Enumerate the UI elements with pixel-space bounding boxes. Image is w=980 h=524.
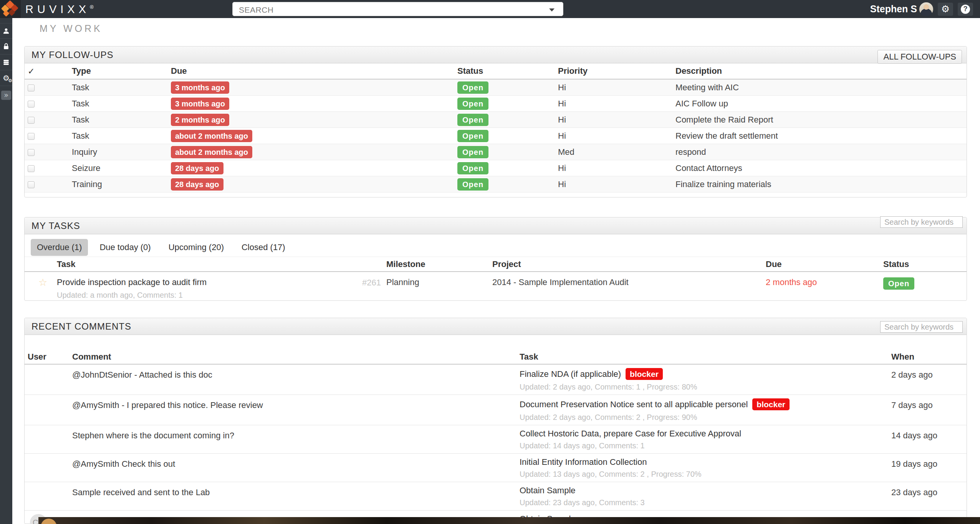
task-ref: #261: [362, 278, 381, 288]
sidebar-item-user[interactable]: [0, 23, 12, 39]
comment-when: 2 days ago: [888, 368, 967, 380]
column-status: Status: [447, 66, 555, 76]
comment-text: @AmySmith Check this out: [69, 457, 516, 469]
chevron-down-icon: [549, 8, 555, 12]
settings-button[interactable]: ⚙: [938, 3, 953, 16]
status-badge: Open: [883, 277, 914, 290]
row-checkbox[interactable]: [28, 117, 35, 124]
tasks-tabs: Overdue (1) Due today (0) Upcoming (20) …: [25, 234, 967, 257]
row-checkbox[interactable]: [28, 181, 35, 188]
row-checkbox[interactable]: [28, 165, 35, 172]
all-followups-button[interactable]: ALL FOLLOW-UPS: [877, 50, 962, 64]
sidebar-item-records[interactable]: [0, 55, 12, 70]
followup-type: Task: [69, 83, 168, 93]
followup-type: Inquiry: [69, 147, 168, 157]
tab-closed[interactable]: Closed (17): [235, 239, 291, 256]
column-check: ✓: [25, 66, 69, 76]
blocker-badge: blocker: [752, 398, 790, 410]
tab-overdue[interactable]: Overdue (1): [31, 239, 88, 256]
user-name[interactable]: Stephen S: [870, 3, 917, 15]
due-badge: 2 months ago: [171, 114, 229, 126]
row-checkbox[interactable]: [28, 101, 35, 108]
app-screen: RUVIXX® SEARCH Stephen S ⚙ ? ⚙⚙ » MY WOR…: [0, 0, 980, 524]
comment-row[interactable]: @AmySmith - I prepared this notice. Plea…: [25, 395, 967, 425]
task-project[interactable]: 2014 - Sample Implementation Audit: [489, 277, 763, 287]
column-priority: Priority: [555, 66, 672, 76]
column-type: Type: [69, 66, 168, 76]
comment-row[interactable]: Stephen where is the document coming in?…: [25, 425, 967, 454]
comment-row[interactable]: @AmySmith Check this out Initial Entity …: [25, 454, 967, 482]
due-badge: 28 days ago: [171, 162, 223, 174]
followup-description: Finalize training materials: [672, 179, 967, 189]
task-title[interactable]: Provide inspection package to audit firm: [57, 277, 356, 287]
server-icon: [2, 58, 10, 66]
comment-when: 14 days ago: [888, 429, 967, 441]
comment-row[interactable]: @JohnDtSenior - Attached is this doc Fin…: [25, 365, 967, 395]
followup-type: Task: [69, 99, 168, 109]
followup-type: Training: [69, 179, 168, 189]
followup-row[interactable]: Task about 2 months ago Open Hi Review t…: [25, 128, 967, 144]
comments-panel: RECENT COMMENTS User Comment Task When @…: [24, 318, 967, 524]
due-badge: about 2 months ago: [171, 146, 252, 158]
sidebar-item-security[interactable]: [0, 39, 12, 55]
comment-row[interactable]: Sample received and sent to the Lab Obta…: [25, 482, 967, 511]
column-comment: Comment: [69, 352, 516, 362]
followup-row[interactable]: Task 2 months ago Open Hi Complete the R…: [25, 112, 967, 128]
comment-text: Stephen where is the document coming in?: [69, 429, 516, 441]
gear-icon: ⚙: [941, 4, 950, 14]
comment-task-title[interactable]: Document Preservation Notice sent to all…: [520, 400, 748, 410]
column-milestone: Milestone: [383, 259, 489, 269]
tasks-search-input[interactable]: [880, 216, 963, 228]
brand-logo-icon[interactable]: [0, 0, 21, 18]
task-row[interactable]: ☆ Provide inspection package to audit fi…: [25, 272, 967, 301]
followup-priority: Med: [555, 147, 672, 157]
row-checkbox[interactable]: [28, 133, 35, 140]
help-button[interactable]: ?: [958, 3, 973, 16]
followup-row[interactable]: Seizure 28 days ago Open Hi Contact Atto…: [25, 160, 967, 176]
user-avatar[interactable]: [919, 2, 933, 16]
global-search-select[interactable]: SEARCH: [232, 2, 563, 16]
followups-table-header: ✓ Type Due Status Priority Description: [25, 63, 967, 80]
task-meta: Updated: a month ago, Comments: 1: [57, 291, 356, 300]
page-title: MY WORK: [40, 23, 103, 34]
comment-task-meta: Updated: 23 days ago, Comments: 3: [520, 498, 888, 507]
followup-row[interactable]: Training 28 days ago Open Hi Finalize tr…: [25, 176, 967, 192]
status-badge: Open: [457, 114, 488, 126]
sidebar-item-admin[interactable]: ⚙⚙: [0, 70, 12, 86]
comments-search-input[interactable]: [880, 321, 963, 333]
column-description: Description: [672, 66, 967, 76]
due-badge: 3 months ago: [171, 98, 229, 110]
sidebar-expand-button[interactable]: »: [1, 91, 11, 100]
followup-priority: Hi: [555, 179, 672, 189]
tab-due-today[interactable]: Due today (0): [93, 239, 157, 256]
comment-task-title[interactable]: Finalize NDA (if applicable): [520, 369, 621, 379]
column-project: Project: [489, 259, 763, 269]
followup-priority: Hi: [555, 115, 672, 125]
comment-task-title[interactable]: Collect Hostoric Data, prepare Case for …: [520, 429, 741, 439]
due-badge: about 2 months ago: [171, 130, 252, 142]
followups-panel: MY FOLLOW-UPS ALL FOLLOW-UPS ✓ Type Due …: [24, 46, 967, 197]
followup-row[interactable]: Inquiry about 2 months ago Open Med resp…: [25, 144, 967, 160]
tab-upcoming[interactable]: Upcoming (20): [162, 239, 230, 256]
favorite-star-icon[interactable]: ☆: [38, 277, 47, 288]
followup-type: Task: [69, 131, 168, 141]
lock-icon: [2, 43, 10, 50]
row-checkbox[interactable]: [28, 149, 35, 156]
followup-description: Contact Attorneys: [672, 163, 967, 173]
topbar: RUVIXX® SEARCH Stephen S ⚙ ?: [0, 0, 980, 18]
tasks-panel: MY TASKS Overdue (1) Due today (0) Upcom…: [24, 217, 967, 301]
help-icon: ?: [961, 5, 970, 14]
comment-when: 7 days ago: [888, 398, 967, 410]
followup-description: AIC Follow up: [672, 99, 967, 109]
comment-task-title[interactable]: Obtain Sample: [520, 486, 576, 496]
column-user: User: [25, 352, 69, 362]
followup-priority: Hi: [555, 99, 672, 109]
followup-row[interactable]: Task 3 months ago Open Hi AIC Follow up: [25, 96, 967, 112]
followup-row[interactable]: Task 3 months ago Open Hi Meeting with A…: [25, 80, 967, 96]
comment-task-title[interactable]: Initial Entity Information Collection: [520, 457, 647, 467]
user-icon: [2, 27, 10, 35]
row-checkbox[interactable]: [28, 85, 35, 91]
brand-name: RUVIXX®: [25, 3, 94, 16]
followup-priority: Hi: [555, 131, 672, 141]
comment-when: 23 days ago: [888, 486, 967, 497]
